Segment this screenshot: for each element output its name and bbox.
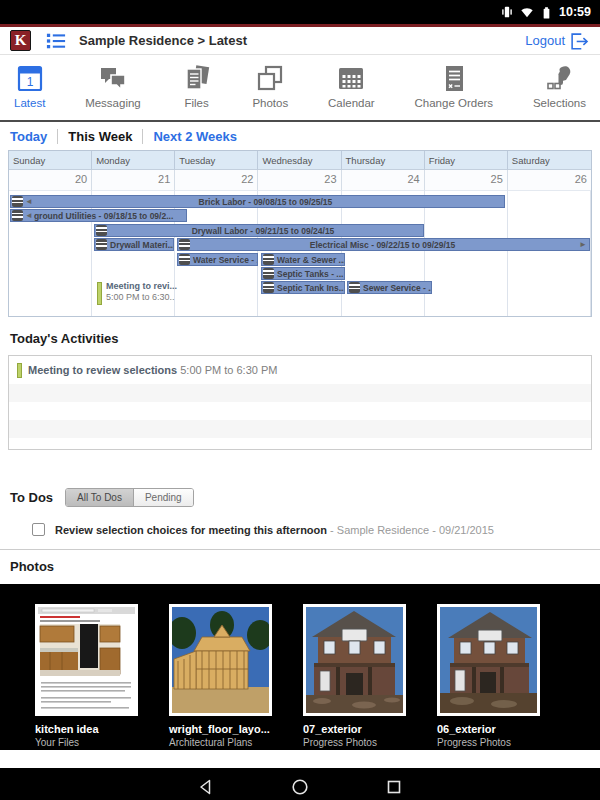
day-header: Tuesday: [175, 151, 258, 170]
activities-list: Meeting to review selections 5:00 PM to …: [8, 355, 592, 450]
tab-selections[interactable]: Selections: [529, 61, 590, 120]
home-button[interactable]: [290, 777, 310, 797]
event-bar-septic-tanks[interactable]: Septic Tanks - ...: [261, 267, 345, 280]
change-orders-icon: [438, 63, 470, 95]
project-list-icon[interactable]: [45, 31, 67, 51]
day-header: Sunday: [9, 151, 92, 170]
event-label: Drywall Materi...: [109, 240, 174, 250]
task-icon: [12, 196, 23, 207]
date-cell[interactable]: 25: [425, 170, 508, 191]
date-cell[interactable]: 22: [175, 170, 258, 191]
photo-thumbnail-kitchen[interactable]: [35, 604, 138, 716]
photo-card[interactable]: kitchen idea Your Files: [35, 604, 138, 750]
continues-left-icon: ◄: [25, 198, 33, 206]
event-label: Septic Tanks - ...: [276, 269, 343, 279]
latest-calendar-icon: 1: [15, 63, 45, 95]
day-header: Saturday: [508, 151, 591, 170]
filter-separator: [57, 129, 58, 144]
tab-label: Selections: [533, 97, 586, 109]
task-icon: [349, 282, 360, 293]
activity-title: Meeting to review selections: [28, 364, 177, 376]
day-header: Thursday: [342, 151, 425, 170]
task-icon: [96, 239, 107, 250]
event-label: Electrical Misc - 09/22/15 to 09/29/15: [192, 240, 579, 250]
event-bar-brick-labor[interactable]: ◄ Brick Labor - 09/08/15 to 09/25/15: [10, 195, 505, 208]
date-cell[interactable]: 23: [258, 170, 341, 191]
photo-category: Progress Photos: [303, 737, 406, 748]
android-nav-bar: [0, 768, 600, 800]
todos-filter-group: All To Dos Pending: [65, 488, 194, 507]
tab-files[interactable]: Files: [177, 61, 217, 120]
photo-card[interactable]: wright_floor_layo... Architectural Plans: [169, 604, 272, 750]
date-cell[interactable]: 24: [342, 170, 425, 191]
tab-latest[interactable]: 1 Latest: [10, 61, 49, 120]
event-bar-water-sewer[interactable]: Water & Sewer ...: [261, 253, 345, 266]
filter-all-todos[interactable]: All To Dos: [66, 489, 134, 506]
event-bar-water-service[interactable]: Water Service - ...: [177, 253, 258, 266]
event-label: Water Service - ...: [192, 255, 258, 265]
calendar-icon: [335, 63, 367, 95]
event-bar-drywall-labor[interactable]: Drywall Labor - 09/21/15 to 09/24/15: [94, 224, 424, 237]
meeting-title: Meeting to revi...: [106, 281, 177, 291]
todo-row[interactable]: Review selection choices for meeting thi…: [32, 523, 600, 536]
calendar-meeting-entry[interactable]: Meeting to revi... 5:00 PM to 6:30..: [97, 281, 177, 305]
logout-button[interactable]: Logout: [525, 30, 590, 52]
date-cell[interactable]: 26: [508, 170, 591, 191]
tab-calendar[interactable]: Calendar: [324, 61, 379, 120]
activity-color-bar: [17, 363, 22, 378]
photo-category: Your Files: [35, 737, 138, 748]
tab-label: Change Orders: [415, 97, 494, 109]
continues-left-icon: ◄: [25, 212, 33, 220]
wifi-icon: [520, 5, 534, 19]
task-icon: [12, 210, 23, 221]
app-logo[interactable]: K: [10, 30, 31, 51]
tab-label: Files: [184, 97, 208, 109]
svg-text:1: 1: [26, 75, 33, 89]
event-bar-sewer-service[interactable]: Sewer Service - ...: [347, 281, 432, 294]
event-bar-underground-utilities[interactable]: ◄ ground Utilities - 09/18/15 to 09/2...: [10, 209, 187, 222]
tab-photos[interactable]: Photos: [248, 61, 292, 120]
activity-row[interactable]: Meeting to review selections 5:00 PM to …: [9, 356, 591, 378]
filter-separator: [142, 129, 143, 144]
selections-hand-icon: [543, 63, 575, 95]
logout-label: Logout: [525, 33, 565, 48]
event-bar-septic-tank-ins[interactable]: Septic Tank Ins...: [261, 281, 345, 294]
todo-title: Review selection choices for meeting thi…: [55, 524, 327, 536]
photo-thumbnail-07-exterior[interactable]: [303, 604, 406, 716]
date-cell[interactable]: 21: [92, 170, 175, 191]
back-button[interactable]: [196, 777, 216, 797]
logout-door-icon: [568, 30, 590, 52]
event-bar-electrical-misc[interactable]: Electrical Misc - 09/22/15 to 09/29/15 ►: [177, 238, 590, 251]
photo-thumbnail-06-exterior[interactable]: [437, 604, 540, 716]
photo-card[interactable]: 07_exterior Progress Photos: [303, 604, 406, 750]
filter-today[interactable]: Today: [10, 129, 47, 144]
activity-time: 5:00 PM to 6:30 PM: [177, 364, 277, 376]
photo-thumbnail-framing[interactable]: [169, 604, 272, 716]
day-column: [342, 191, 425, 316]
task-icon: [96, 225, 107, 236]
calendar-events-area: ◄ Brick Labor - 09/08/15 to 09/25/15 ◄ g…: [9, 191, 591, 316]
task-icon: [263, 254, 274, 265]
photos-heading: Photos: [10, 559, 600, 574]
tab-messaging[interactable]: Messaging: [81, 61, 145, 120]
tab-label: Calendar: [328, 97, 375, 109]
activities-heading: Today's Activities: [10, 331, 600, 346]
event-bar-drywall-materials[interactable]: Drywall Materi...: [94, 238, 174, 251]
photo-category: Architectural Plans: [169, 737, 272, 748]
tab-change-orders[interactable]: Change Orders: [411, 61, 498, 120]
date-cell[interactable]: 20: [9, 170, 92, 191]
filter-next-2-weeks[interactable]: Next 2 Weeks: [153, 129, 237, 144]
clock: 10:59: [559, 5, 591, 19]
vibrate-icon: [500, 5, 514, 19]
filter-this-week[interactable]: This Week: [68, 129, 132, 144]
filter-pending[interactable]: Pending: [134, 489, 193, 506]
photo-card[interactable]: 06_exterior Progress Photos: [437, 604, 540, 750]
recents-button[interactable]: [384, 777, 404, 797]
section-divider: [0, 549, 600, 550]
day-column: [508, 191, 591, 316]
meeting-time: 5:00 PM to 6:30..: [106, 292, 177, 302]
todo-checkbox[interactable]: [32, 523, 45, 536]
event-label: Drywall Labor - 09/21/15 to 09/24/15: [109, 226, 423, 236]
files-icon: [181, 63, 213, 95]
day-header: Monday: [92, 151, 175, 170]
